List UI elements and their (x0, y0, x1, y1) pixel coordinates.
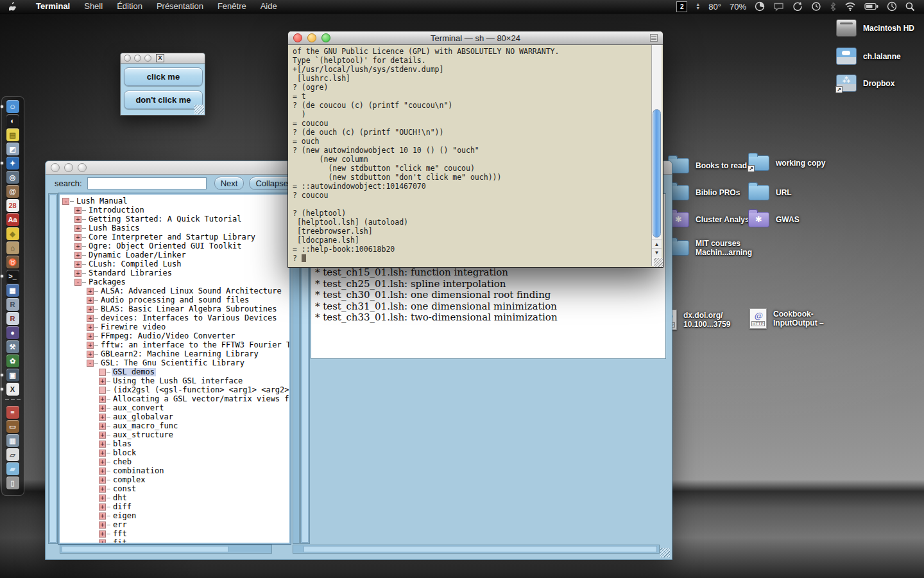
tree-item[interactable]: +cheb (61, 457, 289, 466)
scrollbar-thumb[interactable] (304, 546, 657, 552)
expand-node-icon[interactable]: + (99, 477, 106, 484)
doc-horizontal-scrollbar[interactable] (293, 545, 660, 554)
expand-node-icon[interactable]: + (99, 486, 106, 493)
expand-node-icon[interactable]: + (74, 216, 81, 223)
close-button[interactable] (51, 163, 60, 172)
tree-item[interactable]: +Allocating a GSL vector/matrix views fr… (61, 394, 289, 403)
expand-node-icon[interactable]: + (99, 423, 106, 430)
dock-item-dictionary[interactable]: Aa (6, 213, 20, 226)
desktop-icon-macintosh-hd[interactable]: Macintosh HD (836, 19, 914, 37)
tree-item[interactable]: +aux_globalvar (61, 412, 289, 421)
tree-item[interactable]: +dht (61, 493, 289, 502)
tree-item[interactable]: +Ogre: Object Oriented GUI Toolkit (61, 241, 289, 250)
tree-item[interactable]: +fft (61, 529, 289, 538)
dock-item-trash[interactable]: ▯ (6, 477, 20, 489)
manual-tree-pane[interactable]: -Lush Manual+Introduction+Getting Starte… (58, 193, 291, 544)
expand-node-icon[interactable]: + (74, 225, 81, 232)
dock-item-terminal-app[interactable]: >_ (6, 270, 20, 283)
expand-node-icon[interactable]: + (87, 306, 94, 313)
click-me-button[interactable]: click me (124, 67, 203, 86)
tree-item[interactable]: +Core Interpreter and Startup Library (61, 232, 289, 241)
dock-item-downloads-folder[interactable]: ▰ (6, 462, 20, 475)
tree-item[interactable]: (idx2gsl (<gsl-function> <arg1> <arg2> <… (61, 385, 289, 394)
display-menu-icon[interactable]: ▲▼ (696, 3, 700, 10)
minimize-button[interactable] (64, 163, 73, 172)
next-button[interactable]: Next (214, 177, 244, 190)
scrollbar-thumb[interactable] (653, 109, 661, 238)
expand-node-icon[interactable]: + (99, 459, 106, 466)
dock-item-stickies[interactable]: ▤ (6, 128, 20, 141)
temperature-status[interactable]: 80° (708, 2, 721, 12)
desktop-icon-cluster-analysis[interactable]: ✱ Cluster Analysis (668, 212, 756, 227)
sync-menu-icon[interactable] (792, 1, 803, 12)
close-button[interactable] (124, 55, 131, 62)
expand-node-icon[interactable]: + (74, 270, 81, 277)
tree-item[interactable]: -GSL: The Gnu Scientific Library (61, 358, 289, 367)
dock-item-finder[interactable]: ☺ (6, 100, 20, 113)
scroll-down-arrow[interactable]: ▼ (652, 248, 662, 257)
scrollbar-thumb[interactable] (62, 546, 228, 552)
collapse-node-icon[interactable]: - (62, 198, 69, 205)
menu-item-fenetre[interactable]: Fenêtre (210, 0, 253, 13)
expand-node-icon[interactable]: + (87, 351, 94, 358)
expand-node-icon[interactable]: + (87, 324, 94, 331)
toolbar-toggle-icon[interactable] (650, 34, 658, 42)
tree-item[interactable]: +aux_macro_func (61, 421, 289, 430)
expand-node-icon[interactable]: + (99, 521, 106, 529)
expand-node-icon[interactable]: + (87, 297, 94, 304)
time-machine-menu-icon[interactable] (811, 1, 821, 12)
tree-item[interactable]: +Using the Lush GSL interface (61, 376, 289, 385)
menu-item-shell[interactable]: Shell (77, 0, 110, 13)
resize-grip[interactable] (660, 548, 670, 557)
tree-vertical-scrollbar[interactable] (48, 193, 58, 544)
tree-item[interactable]: +Lush Basics (61, 223, 289, 232)
expand-node-icon[interactable]: + (99, 396, 106, 403)
tree-item[interactable]: +const (61, 484, 289, 493)
expand-node-icon[interactable]: + (99, 468, 106, 475)
expand-node-icon[interactable]: + (99, 441, 106, 448)
dock-item-grid-app[interactable]: ▦ (6, 284, 20, 297)
tree-horizontal-scrollbar[interactable] (60, 545, 272, 554)
expand-node-icon[interactable]: + (99, 405, 106, 412)
desktop-icon-books-to-read[interactable]: Books to read (668, 158, 747, 173)
dock-item-safari[interactable]: ✦ (6, 157, 20, 170)
expand-node-icon[interactable]: + (99, 432, 106, 439)
leaf-node-icon[interactable] (99, 387, 106, 394)
dock-item-r-app[interactable]: R (6, 298, 20, 311)
desktop-icon-url[interactable]: URL (748, 185, 792, 200)
tree-item[interactable]: +aux_convert (61, 403, 289, 412)
dock-item-pictures-stack[interactable]: ▥ (6, 434, 20, 447)
dock-item-x11[interactable]: X (6, 383, 20, 396)
tree-item[interactable]: +Dynamic Loader/Linker (61, 250, 289, 259)
tree-item[interactable]: +Firewire video (61, 322, 289, 331)
expand-node-icon[interactable]: + (74, 207, 81, 214)
desktop-icon-dropbox[interactable]: ⁂ Dropbox (836, 74, 894, 92)
dock-item-notes[interactable]: ◆ (6, 227, 20, 240)
terminal-text-area[interactable]: of the GNU Public Licence (GPL) with ABS… (289, 45, 652, 266)
dock-item-iphoto[interactable]: ▣ (6, 369, 20, 381)
tree-item[interactable]: +Audio processing and sound files (61, 295, 289, 304)
tree-item[interactable]: +Standard Libraries (61, 268, 289, 277)
zoom-button[interactable] (78, 163, 87, 172)
menu-item-presentation[interactable]: Présentation (150, 0, 210, 13)
dock-item-dashboard[interactable]: ◐ (6, 114, 20, 127)
tree-item[interactable]: +FFmpeg: Audio/Video Converter (61, 331, 289, 340)
bluetooth-menu-icon[interactable] (830, 2, 836, 12)
scrollbar-thumb[interactable] (49, 195, 56, 543)
tree-item[interactable]: +fit (61, 538, 289, 544)
scroll-up-arrow[interactable]: ▲ (652, 240, 662, 249)
dock-item-r64-app[interactable]: R (6, 312, 20, 325)
tree-item[interactable]: +diff (61, 502, 289, 511)
dock-item-xcode[interactable]: ⚒ (6, 340, 20, 353)
tree-item[interactable]: +GBLearn2: Machine Learning Library (61, 349, 289, 358)
tree-item[interactable]: -Lush Manual (61, 197, 289, 206)
tree-item[interactable]: +ALSA: Advanced Linux Sound Architecture (61, 286, 289, 295)
dont-click-me-button[interactable]: don't click me (124, 91, 203, 109)
desktop-icon-mit-courses[interactable]: MIT courses Machin...arning (668, 239, 752, 257)
expand-node-icon[interactable]: + (99, 512, 106, 520)
dock-item-address-book[interactable]: @ (6, 185, 20, 198)
expand-node-icon[interactable]: + (99, 530, 106, 538)
expand-node-icon[interactable]: + (99, 378, 106, 385)
search-input[interactable] (87, 177, 207, 189)
expand-node-icon[interactable]: + (87, 315, 94, 322)
